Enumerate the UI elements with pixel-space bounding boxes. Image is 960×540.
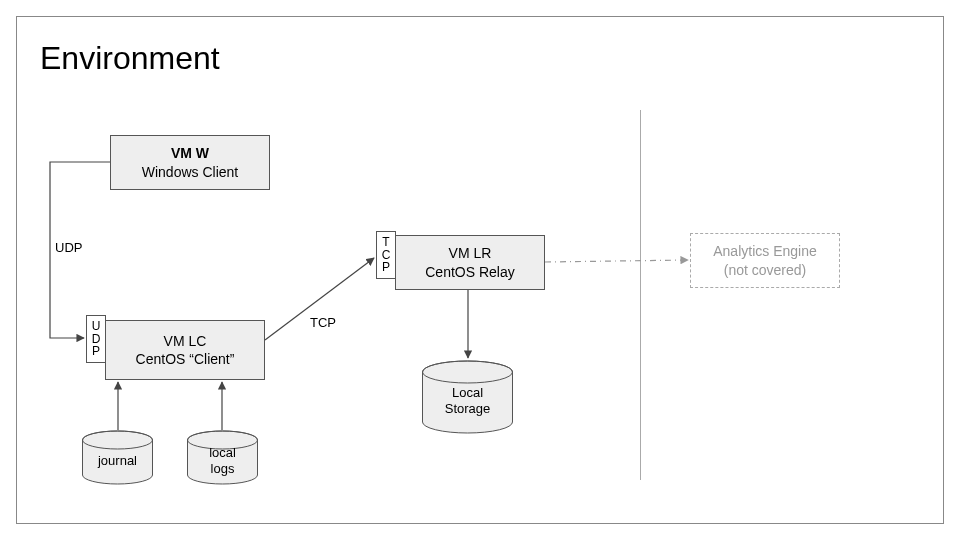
node-vm-lr-subtitle: CentOS Relay	[396, 263, 544, 281]
node-vm-w-subtitle: Windows Client	[111, 163, 269, 181]
tag-udp: U D P	[86, 315, 106, 363]
edge-label-udp: UDP	[55, 240, 82, 255]
boundary-line	[640, 110, 641, 480]
node-vm-lr: VM LR CentOS Relay	[395, 235, 545, 290]
cylinder-journal: journal	[80, 430, 155, 485]
node-vm-lc-subtitle: CentOS “Client”	[106, 350, 264, 368]
node-analytics-engine: Analytics Engine (not covered)	[690, 233, 840, 288]
cylinder-local-storage: Local Storage	[420, 360, 515, 435]
node-vm-w: VM W Windows Client	[110, 135, 270, 190]
node-vm-lr-title: VM LR	[396, 244, 544, 262]
node-vm-lc-title: VM LC	[106, 332, 264, 350]
analytics-line2: (not covered)	[691, 261, 839, 279]
cylinder-local-storage-label: Local Storage	[445, 379, 491, 416]
node-vm-w-title: VM W	[111, 144, 269, 162]
tag-tcp: T C P	[376, 231, 396, 279]
cylinder-local-logs-label: local logs	[209, 439, 236, 476]
cylinder-local-logs: local logs	[185, 430, 260, 485]
page-title: Environment	[40, 40, 220, 77]
cylinder-journal-label: journal	[98, 447, 137, 469]
edge-label-tcp: TCP	[310, 315, 336, 330]
analytics-line1: Analytics Engine	[691, 242, 839, 260]
node-vm-lc: VM LC CentOS “Client”	[105, 320, 265, 380]
